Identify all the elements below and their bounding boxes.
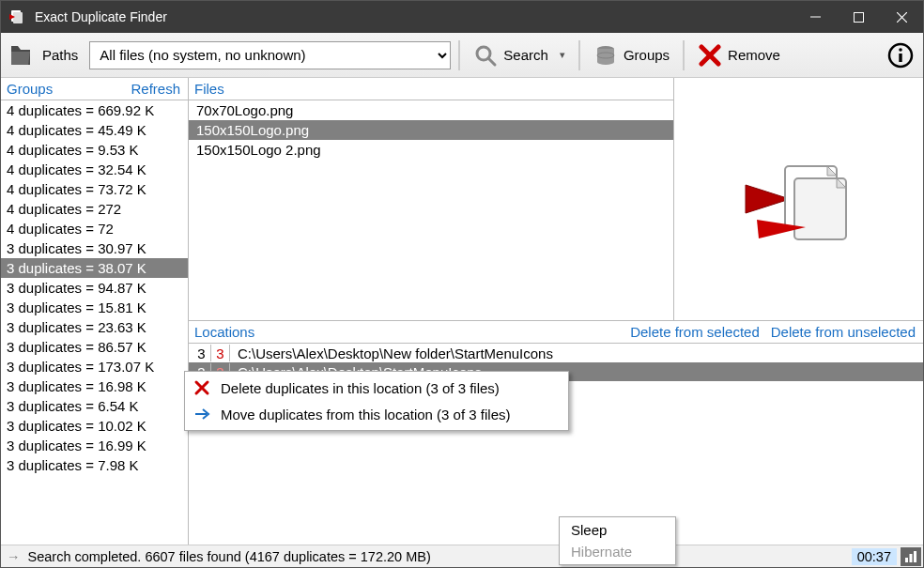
titlebar: Exact Duplicate Finder <box>1 1 923 33</box>
group-item[interactable]: 3 duplicates = 38.07 K <box>1 258 188 278</box>
groups-list[interactable]: 4 duplicates = 669.92 K4 duplicates = 45… <box>1 100 188 545</box>
status-text: Search completed. 6607 files found (4167… <box>28 549 431 564</box>
locations-header: Locations <box>194 324 254 340</box>
toolbar: Paths All files (no system, no unknown) … <box>1 33 923 78</box>
group-item[interactable]: 4 duplicates = 272 <box>1 199 188 219</box>
delete-from-selected-link[interactable]: Delete from selected <box>630 324 760 340</box>
database-icon <box>593 43 618 68</box>
group-item[interactable]: 3 duplicates = 94.87 K <box>1 278 188 298</box>
loc-total: 3 <box>194 345 208 361</box>
group-item[interactable]: 4 duplicates = 32.54 K <box>1 160 188 179</box>
group-item[interactable]: 4 duplicates = 72 <box>1 219 188 238</box>
delete-from-unselected-link[interactable]: Delete from unselected <box>771 324 916 340</box>
svg-line-7 <box>488 58 495 65</box>
move-arrow-icon <box>192 405 211 423</box>
svg-rect-14 <box>899 54 901 62</box>
loc-dup: 3 <box>213 345 227 361</box>
remove-button[interactable]: Remove <box>692 39 786 71</box>
group-item[interactable]: 3 duplicates = 30.97 K <box>1 238 188 258</box>
group-item[interactable]: 3 duplicates = 16.99 K <box>1 436 188 455</box>
groups-label: Groups <box>624 47 670 63</box>
group-item[interactable]: 4 duplicates = 669.92 K <box>1 100 188 120</box>
sleep-menu-item[interactable]: Sleep <box>562 519 673 541</box>
status-chart-button[interactable] <box>901 547 921 566</box>
group-item[interactable]: 3 duplicates = 23.63 K <box>1 317 188 337</box>
app-icon <box>8 8 25 25</box>
group-item[interactable]: 3 duplicates = 10.02 K <box>1 416 188 436</box>
status-arrow-icon: → <box>7 549 21 564</box>
files-list[interactable]: 70x70Logo.png150x150Logo.png150x150Logo … <box>189 100 673 320</box>
group-item[interactable]: 3 duplicates = 6.54 K <box>1 396 188 416</box>
search-button[interactable]: Search <box>468 39 571 71</box>
status-time: 00:37 <box>852 548 897 565</box>
location-row[interactable]: 33C:\Users\Alex\Desktop\New folder\Start… <box>189 344 923 362</box>
file-item[interactable]: 70x70Logo.png <box>189 100 673 120</box>
group-item[interactable]: 3 duplicates = 173.07 K <box>1 357 188 376</box>
locations-panel: Locations Delete from selected Delete fr… <box>189 321 923 545</box>
group-item[interactable]: 3 duplicates = 7.98 K <box>1 455 188 475</box>
groups-button[interactable]: Groups <box>588 39 675 71</box>
statusbar: → Search completed. 6607 files found (41… <box>1 545 923 567</box>
groups-header: Groups <box>7 81 53 97</box>
svg-rect-21 <box>910 554 913 562</box>
groups-panel: Groups Refresh 4 duplicates = 669.92 K4 … <box>1 78 189 545</box>
delete-x-icon <box>192 378 211 397</box>
files-panel: Files 70x70Logo.png150x150Logo.png150x15… <box>189 78 674 320</box>
preview-image <box>738 152 860 246</box>
location-context-menu: Delete duplicates in this location (3 of… <box>184 371 569 431</box>
group-item[interactable]: 4 duplicates = 45.49 K <box>1 120 188 140</box>
group-item[interactable]: 3 duplicates = 15.81 K <box>1 298 188 317</box>
folder-icon <box>8 41 33 69</box>
context-delete-duplicates[interactable]: Delete duplicates in this location (3 of… <box>187 375 566 401</box>
maximize-button[interactable] <box>837 1 880 33</box>
preview-panel <box>674 78 923 320</box>
power-menu: Sleep Hibernate <box>559 516 676 565</box>
refresh-link[interactable]: Refresh <box>131 81 180 97</box>
app-title: Exact Duplicate Finder <box>35 9 167 24</box>
svg-rect-1 <box>13 12 23 23</box>
group-item[interactable]: 3 duplicates = 86.57 K <box>1 337 188 357</box>
search-label: Search <box>503 47 548 63</box>
hibernate-menu-item[interactable]: Hibernate <box>562 541 673 562</box>
svg-rect-20 <box>905 558 908 562</box>
context-delete-label: Delete duplicates in this location (3 of… <box>221 380 500 396</box>
loc-path: C:\Users\Alex\Desktop\New folder\StartMe… <box>238 345 553 361</box>
paths-filter-select[interactable]: All files (no system, no unknown) <box>89 41 451 69</box>
close-button[interactable] <box>880 1 923 33</box>
context-move-duplicates[interactable]: Move duplicates from this location (3 of… <box>187 401 566 427</box>
svg-rect-22 <box>914 551 916 562</box>
group-item[interactable]: 3 duplicates = 16.98 K <box>1 376 188 396</box>
files-header: Files <box>194 81 224 97</box>
remove-label: Remove <box>728 47 780 63</box>
info-button[interactable] <box>886 40 916 70</box>
file-item[interactable]: 150x150Logo.png <box>189 120 673 140</box>
group-item[interactable]: 4 duplicates = 73.72 K <box>1 179 188 199</box>
file-item[interactable]: 150x150Logo 2.png <box>189 140 673 160</box>
paths-label: Paths <box>42 47 78 63</box>
context-move-label: Move duplicates from this location (3 of… <box>221 407 510 422</box>
svg-point-13 <box>899 48 902 52</box>
group-item[interactable]: 4 duplicates = 9.53 K <box>1 140 188 160</box>
svg-rect-3 <box>854 12 863 22</box>
remove-x-icon <box>698 43 722 68</box>
minimize-button[interactable] <box>793 1 837 33</box>
search-icon <box>473 43 498 68</box>
